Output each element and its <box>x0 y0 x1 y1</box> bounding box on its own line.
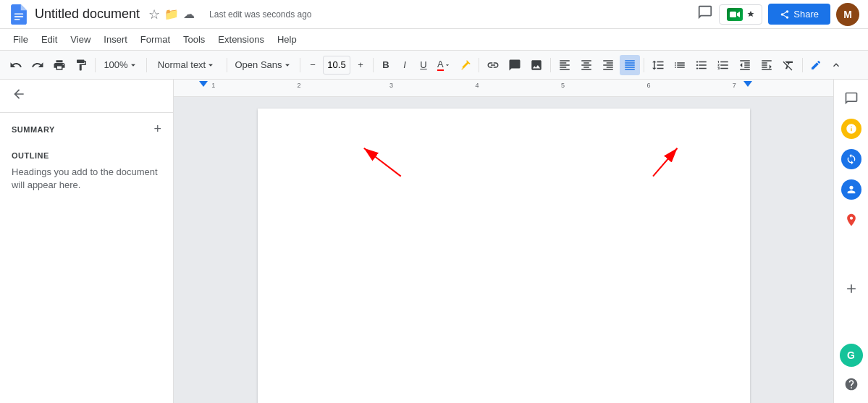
menu-help[interactable]: Help <box>271 32 303 47</box>
summary-label: SUMMARY <box>12 125 55 134</box>
share-label: Share <box>793 9 819 20</box>
add-summary-button[interactable]: + <box>153 122 161 137</box>
menu-edit[interactable]: Edit <box>35 32 63 47</box>
toolbar-separator-6 <box>479 58 479 72</box>
last-edit-status: Last edit was seconds ago <box>209 9 691 20</box>
toolbar-separator-2 <box>146 58 147 72</box>
numbered-list-button[interactable] <box>713 55 733 75</box>
folder-icon[interactable]: 📁 <box>164 7 179 21</box>
print-button[interactable] <box>49 55 69 75</box>
right-panel-explore-button[interactable] <box>838 371 864 397</box>
comment-inline-button[interactable] <box>505 55 525 75</box>
svg-rect-2 <box>14 19 20 20</box>
right-panel-sync-icon[interactable] <box>838 146 864 172</box>
right-panel: G <box>833 80 868 403</box>
style-select[interactable]: Normal text <box>151 55 223 75</box>
image-button[interactable] <box>526 55 547 75</box>
undo-button[interactable] <box>6 55 26 75</box>
svg-rect-0 <box>14 13 23 14</box>
align-justify-button[interactable] <box>620 55 640 75</box>
document-page[interactable] <box>258 109 750 403</box>
indent-decrease-button[interactable] <box>735 55 755 75</box>
right-panel-user-icon[interactable] <box>838 177 864 203</box>
comments-button[interactable] <box>697 4 713 24</box>
ruler: 1 2 3 4 5 6 7 <box>174 80 833 97</box>
sidebar-header <box>0 80 173 113</box>
summary-header: SUMMARY + <box>12 122 161 137</box>
share-button[interactable]: Share <box>768 4 830 25</box>
title-icon-group: ☆ 📁 ☁ <box>148 7 195 22</box>
toolbar-separator-3 <box>227 58 227 72</box>
svg-rect-1 <box>14 16 23 17</box>
summary-section: SUMMARY + <box>0 113 173 151</box>
menu-format[interactable]: Format <box>135 32 176 47</box>
font-size-input[interactable] <box>326 59 347 70</box>
outline-label: OUTLINE <box>12 151 161 160</box>
align-center-button[interactable] <box>576 55 597 75</box>
document-title[interactable]: Untitled document <box>35 7 140 22</box>
font-size-box <box>323 56 350 75</box>
toolbar-separator-9 <box>802 58 803 72</box>
menu-extensions[interactable]: Extensions <box>212 32 270 47</box>
menu-insert[interactable]: Insert <box>98 32 133 47</box>
star-icon[interactable]: ☆ <box>148 7 160 22</box>
menu-view[interactable]: View <box>64 32 96 47</box>
left-margin-marker[interactable] <box>199 81 208 87</box>
redo-button[interactable] <box>28 55 48 75</box>
italic-button[interactable]: I <box>396 55 413 75</box>
right-panel-comments-button[interactable] <box>838 85 864 111</box>
toolbar-separator-1 <box>95 58 96 72</box>
sidebar-back-button[interactable] <box>12 87 26 105</box>
svg-rect-3 <box>730 12 736 17</box>
ruler-track: 1 2 3 4 5 6 7 <box>174 80 833 96</box>
meet-button[interactable] <box>719 4 762 25</box>
toolbar-separator-8 <box>644 58 644 72</box>
align-right-button[interactable] <box>598 55 618 75</box>
sidebar: SUMMARY + OUTLINE Headings you add to th… <box>0 80 174 403</box>
document-scroll-area[interactable] <box>174 97 833 403</box>
font-size-increase[interactable]: + <box>352 55 369 75</box>
expand-toolbar-button[interactable] <box>827 55 846 75</box>
title-bar: Untitled document ☆ 📁 ☁ Last edit was se… <box>0 0 868 29</box>
grammarly-icon[interactable]: G <box>840 344 863 367</box>
right-panel-add-button[interactable] <box>838 276 864 302</box>
zoom-button[interactable]: 100% <box>99 55 143 75</box>
link-button[interactable] <box>483 55 503 75</box>
main-layout: SUMMARY + OUTLINE Headings you add to th… <box>0 80 868 403</box>
font-size-decrease[interactable]: − <box>304 55 321 75</box>
bulleted-list-button[interactable] <box>691 55 712 75</box>
right-margin-marker[interactable] <box>743 81 752 87</box>
underline-button[interactable]: U <box>415 55 432 75</box>
highlight-button[interactable] <box>456 55 475 75</box>
right-panel-yellow-icon[interactable] <box>838 116 864 142</box>
google-docs-icon <box>9 4 29 25</box>
top-right-buttons: Share M <box>697 3 859 26</box>
checklist-button[interactable] <box>670 55 690 75</box>
toolbar: 100% Normal text Open Sans − + B I U A <box>0 51 868 80</box>
outline-text: Headings you add to the document will ap… <box>12 166 161 192</box>
editing-mode-button[interactable] <box>806 55 825 75</box>
bold-button[interactable]: B <box>377 55 395 75</box>
outline-section: OUTLINE Headings you add to the document… <box>0 151 173 200</box>
meet-icon <box>727 8 743 21</box>
indent-increase-button[interactable] <box>757 55 777 75</box>
cloud-icon[interactable]: ☁ <box>183 7 195 21</box>
font-color-button[interactable]: A <box>434 55 455 75</box>
menu-bar: File Edit View Insert Format Tools Exten… <box>0 29 868 51</box>
user-avatar[interactable]: M <box>836 3 859 26</box>
toolbar-separator-4 <box>300 58 300 72</box>
menu-file[interactable]: File <box>7 32 34 47</box>
clear-formatting-button[interactable] <box>778 55 799 75</box>
menu-tools[interactable]: Tools <box>177 32 211 47</box>
font-select[interactable]: Open Sans <box>231 55 296 75</box>
toolbar-separator-7 <box>550 58 551 72</box>
right-panel-maps-icon[interactable] <box>838 207 864 233</box>
toolbar-separator-5 <box>373 58 374 72</box>
line-spacing-button[interactable] <box>648 55 668 75</box>
content-area: 1 2 3 4 5 6 7 <box>174 80 833 403</box>
align-left-button[interactable] <box>555 55 575 75</box>
paint-format-button[interactable] <box>71 55 91 75</box>
